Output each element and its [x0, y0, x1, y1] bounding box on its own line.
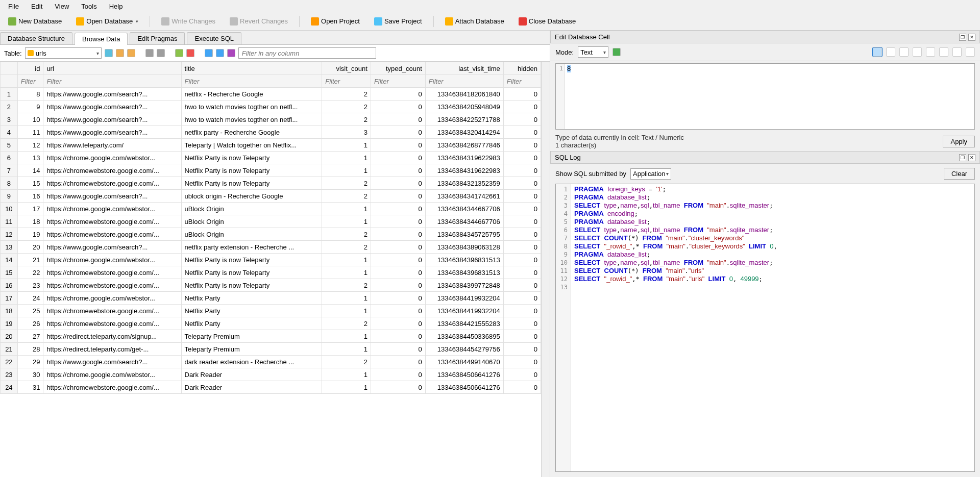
- cell-typed-count[interactable]: 0: [371, 164, 425, 177]
- table-row[interactable]: 12 19 https://chromewebstore.google.com/…: [1, 228, 541, 241]
- cell-last-visit-time[interactable]: 13346384399772848: [425, 279, 503, 292]
- cell-visit-count[interactable]: 2: [322, 101, 371, 113]
- cell-title[interactable]: ublock origin - Recherche Google: [181, 190, 322, 203]
- cell-visit-count[interactable]: 1: [322, 368, 371, 381]
- cell-visit-count[interactable]: 2: [322, 88, 371, 101]
- cell-hidden[interactable]: 0: [503, 152, 541, 164]
- filter-visit-count[interactable]: [325, 78, 368, 85]
- cell-id[interactable]: 12: [17, 139, 43, 152]
- table-row[interactable]: 14 21 https://chrome.google.com/webstor.…: [1, 254, 541, 266]
- cell-last-visit-time[interactable]: 13346384205948049: [425, 101, 503, 113]
- cell-last-visit-time[interactable]: 13346384421555283: [425, 317, 503, 330]
- menu-help[interactable]: Help: [104, 2, 128, 11]
- cell-title[interactable]: Netflix Party: [181, 305, 322, 317]
- table-row[interactable]: 6 13 https://chrome.google.com/webstor..…: [1, 152, 541, 164]
- cell-url[interactable]: https://chromewebstore.google.com/...: [43, 177, 181, 190]
- filter-any-column-input[interactable]: [238, 47, 376, 59]
- cell-id[interactable]: 28: [17, 343, 43, 356]
- cell-url[interactable]: https://www.google.com/search?...: [43, 241, 181, 254]
- editcell-close-icon[interactable]: ✕: [968, 34, 975, 41]
- cell-typed-count[interactable]: 0: [371, 317, 425, 330]
- cell-id[interactable]: 16: [17, 190, 43, 203]
- table-row[interactable]: 21 28 https://redirect.teleparty.com/get…: [1, 343, 541, 356]
- cell-visit-count[interactable]: 1: [322, 215, 371, 228]
- table-row[interactable]: 3 10 https://www.google.com/search?... h…: [1, 113, 541, 126]
- cell-typed-count[interactable]: 0: [371, 177, 425, 190]
- cell-typed-count[interactable]: 0: [371, 190, 425, 203]
- cell-last-visit-time[interactable]: 13346384225271788: [425, 113, 503, 126]
- header-visit-count[interactable]: visit_count: [322, 62, 371, 75]
- filter-title[interactable]: [185, 78, 319, 85]
- cell-visit-count[interactable]: 2: [322, 228, 371, 241]
- cell-hidden[interactable]: 0: [503, 381, 541, 394]
- cell-id[interactable]: 9: [17, 101, 43, 113]
- save-filter-icon[interactable]: [127, 49, 135, 57]
- cell-hidden[interactable]: 0: [503, 215, 541, 228]
- cell-id[interactable]: 17: [17, 203, 43, 215]
- cell-hidden[interactable]: 0: [503, 356, 541, 368]
- cell-visit-count[interactable]: 1: [322, 292, 371, 305]
- cell-hidden[interactable]: 0: [503, 177, 541, 190]
- sql-log-viewer[interactable]: 1 2 3 4 5 6 7 8 9 10 11 12 13 PRAGMA for…: [555, 184, 975, 472]
- cell-visit-count[interactable]: 2: [322, 356, 371, 368]
- cell-hidden[interactable]: 0: [503, 305, 541, 317]
- cell-typed-count[interactable]: 0: [371, 241, 425, 254]
- cell-last-visit-time[interactable]: 13346384182061840: [425, 88, 503, 101]
- cell-visit-count[interactable]: 1: [322, 254, 371, 266]
- vertical-scrollbar[interactable]: [541, 62, 550, 477]
- cell-id[interactable]: 22: [17, 266, 43, 279]
- attach-database-button[interactable]: Attach Database: [442, 16, 507, 27]
- cell-visit-count[interactable]: 2: [322, 113, 371, 126]
- cell-id[interactable]: 29: [17, 356, 43, 368]
- delete-row-icon[interactable]: [186, 49, 194, 57]
- cell-id[interactable]: 21: [17, 254, 43, 266]
- cell-last-visit-time[interactable]: 13346384319622983: [425, 164, 503, 177]
- table-row[interactable]: 20 27 https://redirect.teleparty.com/sig…: [1, 330, 541, 343]
- new-database-button[interactable]: New Database: [5, 16, 65, 27]
- cell-hidden[interactable]: 0: [503, 254, 541, 266]
- replace-icon[interactable]: [227, 49, 235, 57]
- cell-typed-count[interactable]: 0: [371, 126, 425, 139]
- cell-last-visit-time[interactable]: 13346384268777846: [425, 139, 503, 152]
- cell-last-visit-time[interactable]: 13346384454279756: [425, 343, 503, 356]
- cell-last-visit-time[interactable]: 13346384341742661: [425, 190, 503, 203]
- cell-last-visit-time[interactable]: 13346384419932204: [425, 305, 503, 317]
- cell-title[interactable]: Netflix Party is now Teleparty: [181, 266, 322, 279]
- revert-changes-button[interactable]: Revert Changes: [227, 16, 291, 27]
- cell-typed-count[interactable]: 0: [371, 88, 425, 101]
- cell-last-visit-time[interactable]: 13346384344667706: [425, 215, 503, 228]
- cell-typed-count[interactable]: 0: [371, 343, 425, 356]
- cell-typed-count[interactable]: 0: [371, 152, 425, 164]
- cell-hidden[interactable]: 0: [503, 126, 541, 139]
- cell-typed-count[interactable]: 0: [371, 356, 425, 368]
- cell-typed-count[interactable]: 0: [371, 305, 425, 317]
- cell-url[interactable]: https://chrome.google.com/webstor...: [43, 292, 181, 305]
- cell-typed-count[interactable]: 0: [371, 203, 425, 215]
- cell-visit-count[interactable]: 2: [322, 177, 371, 190]
- cell-id[interactable]: 27: [17, 330, 43, 343]
- indent-icon[interactable]: [886, 47, 895, 57]
- cell-last-visit-time[interactable]: 13346384320414294: [425, 126, 503, 139]
- cell-hidden[interactable]: 0: [503, 88, 541, 101]
- clear-log-button[interactable]: Clear: [944, 168, 975, 180]
- table-row[interactable]: 17 24 https://chrome.google.com/webstor.…: [1, 292, 541, 305]
- cell-title[interactable]: Dark Reader: [181, 381, 322, 394]
- table-row[interactable]: 24 31 https://chromewebstore.google.com/…: [1, 381, 541, 394]
- cell-last-visit-time[interactable]: 13346384344667706: [425, 203, 503, 215]
- header-last-visit-time[interactable]: last_visit_time: [425, 62, 503, 75]
- cell-title[interactable]: netflix party - Recherche Google: [181, 126, 322, 139]
- cell-id[interactable]: 14: [17, 164, 43, 177]
- cell-id[interactable]: 26: [17, 317, 43, 330]
- filter-last-visit-time[interactable]: [429, 78, 500, 85]
- cell-hidden[interactable]: 0: [503, 279, 541, 292]
- table-row[interactable]: 13 20 https://www.google.com/search?... …: [1, 241, 541, 254]
- cell-title[interactable]: netflix party extension - Recherche ...: [181, 241, 322, 254]
- cell-typed-count[interactable]: 0: [371, 228, 425, 241]
- cell-visit-count[interactable]: 2: [322, 279, 371, 292]
- cell-visit-count[interactable]: 1: [322, 381, 371, 394]
- cell-url[interactable]: https://chromewebstore.google.com/...: [43, 381, 181, 394]
- cell-url[interactable]: https://chrome.google.com/webstor...: [43, 254, 181, 266]
- cell-id[interactable]: 23: [17, 279, 43, 292]
- cell-title[interactable]: uBlock Origin: [181, 215, 322, 228]
- cell-hidden[interactable]: 0: [503, 343, 541, 356]
